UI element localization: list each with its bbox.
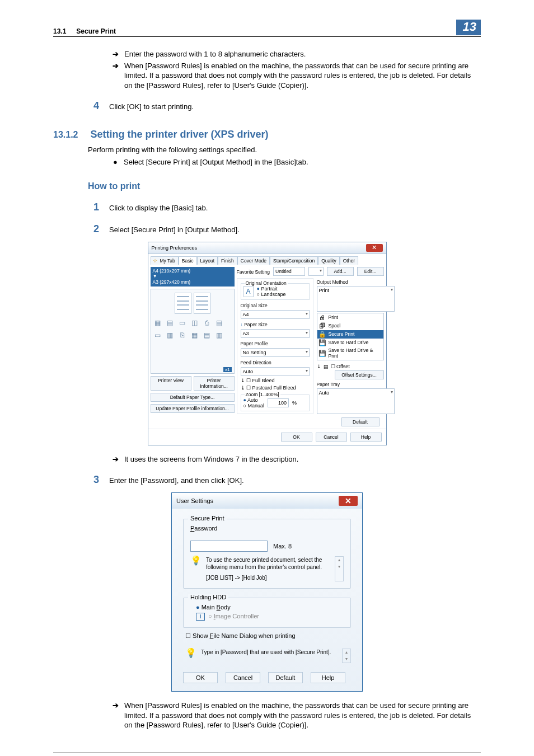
step-2: 2 Select [Secure Print] in [Output Metho…: [88, 223, 481, 235]
paper-tray-dropdown[interactable]: Auto: [317, 388, 395, 414]
note-arrow-item: ➔ It uses the screens from Windows 7 in …: [113, 454, 481, 464]
tab-covermode[interactable]: Cover Mode: [237, 256, 270, 265]
info-scrollbar[interactable]: ▴▾: [342, 649, 351, 663]
page-icon: [175, 293, 191, 314]
close-icon[interactable]: ✕: [339, 496, 358, 506]
printer-info-button[interactable]: Printer Information...: [194, 376, 235, 391]
zoom-group: Zoom [1..400%] Auto Manual 100 %: [241, 395, 310, 411]
help-button[interactable]: Help: [311, 672, 345, 683]
ok-button[interactable]: OK: [281, 433, 312, 442]
step-text: Enter the [Password], and then click [OK…: [109, 476, 481, 486]
output-method-item-save[interactable]: 💾Save to Hard Drive: [317, 339, 383, 347]
note-text: Enter the password with 1 to 8 alphanume…: [124, 49, 306, 59]
favorite-setting-dropdown[interactable]: [308, 267, 324, 276]
ok-button[interactable]: OK: [183, 672, 218, 683]
subsection-title: Setting the printer driver (XPS driver): [90, 129, 268, 140]
preview-feature-icon: ▦: [190, 331, 199, 340]
output-method-item-save-print[interactable]: 💾Save to Hard Drive & Print: [317, 347, 383, 360]
tab-finish[interactable]: Finish: [218, 256, 237, 265]
page-icon: [194, 293, 210, 314]
original-size-dropdown[interactable]: A4: [241, 310, 310, 319]
output-method-item-print[interactable]: 🖨Print: [317, 313, 383, 322]
offset-settings-button[interactable]: Offset Settings...: [335, 370, 384, 379]
zoom-percent-label: %: [292, 400, 297, 406]
offset-icon: ⤓: [317, 364, 321, 369]
update-profile-button[interactable]: Update Paper Profile information...: [151, 404, 235, 413]
info-scrollbar[interactable]: ▴▾: [335, 556, 344, 581]
note-text: When [Password Rules] is enabled on the …: [124, 701, 481, 730]
preview-feature-icon: ⎘: [178, 331, 187, 340]
holding-hdd-group: Holding HDD Main Body iImage Controller: [183, 598, 351, 628]
postcard-bleed-checkbox[interactable]: Postcard Full Bleed: [246, 385, 296, 391]
password-max-label: Max. 8: [273, 543, 292, 550]
help-button[interactable]: Help: [350, 433, 382, 442]
printer-view-button[interactable]: Printer View: [151, 376, 191, 391]
preview-feature-icon: ◫: [190, 318, 199, 327]
output-method-dropdown[interactable]: Print: [317, 286, 395, 312]
step-number: 4: [88, 100, 99, 112]
arrow-down-icon: ↓: [241, 322, 243, 327]
tab-basic[interactable]: Basic: [179, 256, 197, 265]
orientation-group-label: Original Orientation: [245, 280, 288, 286]
original-size-label: Original Size: [241, 303, 310, 308]
preview-feature-icon: ▥: [166, 331, 175, 340]
paper-profile-dropdown[interactable]: No Setting: [241, 348, 310, 357]
hdd-main-body-radio[interactable]: [196, 604, 202, 611]
chapter-number-box: 13: [456, 20, 481, 35]
preview-feature-icon: ▭: [178, 318, 187, 327]
tab-stamp[interactable]: Stamp/Composition: [270, 256, 318, 265]
default-paper-button[interactable]: Default Paper Type...: [151, 393, 235, 402]
bullet-icon: ●: [113, 157, 118, 167]
password-label: Password: [190, 525, 344, 532]
header-section-num: 13.1: [53, 27, 66, 35]
favorite-add-button[interactable]: Add...: [327, 267, 354, 276]
cancel-button[interactable]: Cancel: [316, 433, 347, 442]
show-filename-checkbox[interactable]: [185, 632, 193, 639]
hdd-image-controller-radio[interactable]: [208, 613, 214, 619]
preview-feature-icon: ▦: [153, 318, 162, 327]
step-text: Select [Secure Print] in [Output Method]…: [109, 225, 481, 235]
spool-icon: 🗐: [318, 322, 326, 329]
note-arrow-item: ➔ When [Password Rules] is enabled on th…: [113, 701, 481, 730]
paper-profile-label: Paper Profile: [241, 341, 310, 346]
bullet-text: Select [Secure Print] at [Output Method]…: [124, 157, 308, 167]
tab-quality[interactable]: Quality: [318, 256, 339, 265]
step-number: 1: [88, 201, 99, 213]
tab-mytab[interactable]: My Tab: [151, 256, 179, 265]
cancel-button[interactable]: Cancel: [226, 672, 260, 683]
preview-feature-icon: ▥: [215, 331, 224, 340]
page-footer: IC-601 13-3: [53, 753, 481, 756]
offset-checkbox[interactable]: Offset: [331, 364, 384, 369]
step-number: 2: [88, 223, 99, 235]
output-method-label: Output Method: [317, 279, 384, 285]
postcard-icon: ⤓: [241, 385, 245, 391]
feed-direction-dropdown[interactable]: Auto: [241, 367, 310, 376]
preview-feature-icon: ▭: [153, 331, 162, 340]
arrow-icon: ➔: [113, 49, 119, 59]
password-input[interactable]: [190, 541, 268, 552]
preview-canvas: ▦ ▤ ▭ ◫ ⎙ ▤ ▭ ▥ ⎘ ▦ ▤ ▥ x1: [151, 289, 235, 374]
user-settings-dialog: User Settings ✕ Secure Print Password Ma…: [171, 492, 363, 692]
tab-layout[interactable]: Layout: [197, 256, 218, 265]
output-method-item-spool[interactable]: 🗐Spool: [317, 322, 383, 330]
favorite-edit-button[interactable]: Edit...: [357, 267, 384, 276]
output-method-item-secure[interactable]: 🔒Secure Print: [317, 330, 383, 339]
orientation-landscape-radio[interactable]: Landscape: [257, 292, 286, 297]
bulb-icon: 💡: [185, 649, 196, 663]
info-text-2: Type in [Password] that are used with [S…: [201, 649, 338, 663]
default-button[interactable]: Default: [341, 417, 380, 426]
printing-preferences-dialog: Printing Preferences ✕ My Tab Basic Layo…: [148, 242, 387, 445]
close-icon[interactable]: ✕: [366, 244, 383, 252]
zoom-value-input[interactable]: 100: [268, 398, 289, 407]
zoom-auto-radio[interactable]: Auto: [243, 397, 264, 403]
holding-hdd-group-label: Holding HDD: [188, 594, 228, 600]
zoom-manual-radio[interactable]: Manual: [243, 403, 264, 408]
arrow-icon: ➔: [113, 454, 119, 464]
paper-tray-label: Paper Tray: [317, 382, 384, 387]
default-button[interactable]: Default: [268, 672, 303, 683]
tab-other[interactable]: Other: [340, 256, 358, 265]
step-1: 1 Click to display the [Basic] tab.: [88, 201, 481, 213]
orientation-portrait-radio[interactable]: Portrait: [257, 286, 286, 292]
full-bleed-checkbox[interactable]: Full Bleed: [246, 378, 275, 383]
paper-size-dropdown[interactable]: A3: [241, 329, 310, 338]
